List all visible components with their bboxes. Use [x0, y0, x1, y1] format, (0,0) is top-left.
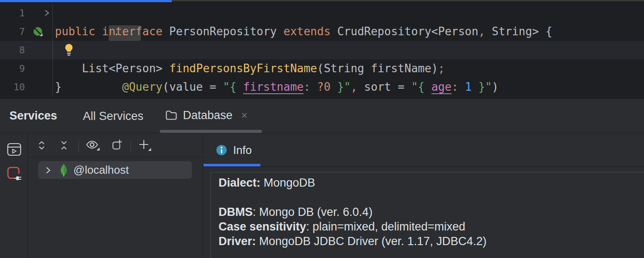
editor-gutter: 8: [0, 41, 52, 59]
editor-line: 1 ...: [0, 4, 644, 22]
services-header: Services All Services Database ×: [0, 99, 644, 133]
services-tool-window-icon[interactable]: [7, 143, 21, 156]
run-config-gutter-icon[interactable]: [33, 26, 44, 37]
editor-gutter: 10: [0, 78, 52, 96]
code-line[interactable]: }: [52, 78, 644, 96]
toolbar-separator: [131, 139, 131, 151]
add-plus-icon[interactable]: [138, 139, 152, 152]
services-tree-panel: @localhost: [28, 134, 203, 258]
add-service-square-plus-icon[interactable]: [108, 139, 123, 151]
intention-bulb-icon[interactable]: [64, 43, 74, 57]
info-circle-icon: [216, 144, 227, 156]
tab-scrollbar-thumb[interactable]: [160, 130, 262, 133]
show-options-eye-icon[interactable]: [85, 139, 101, 151]
tool-window-title: Services: [9, 109, 57, 123]
editor-line: 7 public interface PersonRepository exte…: [0, 22, 644, 41]
info-line-dialect: Dialect: MongoDB: [219, 175, 636, 190]
code-line[interactable]: List<Person> findPersonsByFirstName(Stri…: [52, 59, 644, 78]
ide-window: 1 ... 7 public interface PersonRepositor…: [0, 0, 644, 258]
code-line[interactable]: ...: [52, 4, 644, 22]
tab-info[interactable]: Info: [216, 142, 252, 158]
info-line-driver: Driver: MongoDB JDBC Driver (ver. 1.17, …: [219, 234, 636, 249]
info-content: Dialect: MongoDB DBMS: Mongo DB (ver. 6.…: [210, 172, 644, 258]
info-line-blank: [219, 190, 636, 205]
folder-icon: [165, 110, 177, 121]
tree-toolbar: [28, 134, 203, 157]
expand-all-icon[interactable]: [36, 140, 47, 151]
services-body: @localhost Info: [0, 134, 644, 258]
chevron-right-icon[interactable]: [44, 166, 52, 175]
tree-item-label: @localhost: [73, 163, 129, 177]
code-line[interactable]: @Query(value = "{ firstname: ?0 }", sort…: [52, 41, 644, 59]
tree-item-localhost[interactable]: @localhost: [38, 161, 192, 179]
selected-tab-underline: [204, 164, 261, 166]
info-line-dbms: DBMS: Mongo DB (ver. 6.0.4): [219, 205, 636, 219]
tab-database-label: Database: [183, 109, 233, 122]
line-number: 8: [19, 41, 52, 59]
tab-info-label: Info: [233, 144, 252, 157]
editor-line: 9 List<Person> findPersonsByFirstName(St…: [0, 59, 644, 78]
tool-window-stripe: [0, 134, 28, 258]
tab-all-services[interactable]: All Services: [83, 110, 143, 123]
mongodb-leaf-icon: [60, 163, 68, 177]
database-disconnect-plug-icon[interactable]: [6, 166, 22, 181]
line-number: 10: [14, 78, 53, 96]
toolbar-separator: [79, 139, 79, 151]
code-editor[interactable]: 1 ... 7 public interface PersonRepositor…: [0, 2, 644, 99]
code-line[interactable]: public interface PersonRepository extend…: [52, 22, 644, 41]
fold-expand-icon[interactable]: [43, 9, 51, 17]
editor-gutter: 9: [0, 59, 52, 78]
tab-bar-divider: [172, 0, 644, 1]
editor-line-current: 8 @Query(value = "{ firstname: ?0 }", so…: [0, 41, 644, 59]
editor-line: 10 }: [0, 78, 644, 96]
collapse-all-icon[interactable]: [59, 140, 69, 151]
info-line-case-sensitivity: Case sensitivity: plain=mixed, delimited…: [219, 219, 636, 234]
close-icon[interactable]: ×: [241, 110, 248, 121]
editor-gutter: 7: [0, 22, 52, 41]
line-number: 9: [19, 59, 52, 78]
services-tool-window: Services All Services Database ×: [0, 99, 644, 258]
info-panel: Info Dialect: MongoDB DBMS: Mongo DB (ve…: [203, 134, 644, 258]
editor-gutter: 1: [0, 4, 52, 22]
tab-database[interactable]: Database ×: [165, 107, 248, 124]
info-tab-bar: Info: [203, 134, 644, 167]
